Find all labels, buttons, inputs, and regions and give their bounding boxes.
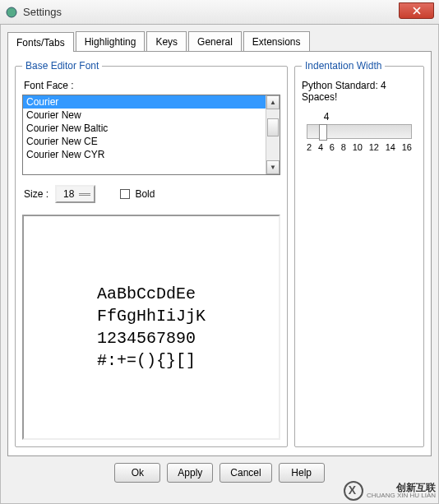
slider-thumb[interactable] [319,124,327,141]
font-face-label: Font Face : [24,80,280,91]
window-title: Settings [23,6,62,18]
tab-general[interactable]: General [188,31,242,51]
scrollbar[interactable]: ▲ ▼ [266,95,280,174]
size-value: 18 [63,188,74,200]
list-item[interactable]: Courier New Baltic [23,122,266,135]
button-bar: Ok Apply Cancel Help [7,463,432,483]
indent-legend: Indentation Width [302,60,385,72]
scroll-thumb[interactable] [267,118,279,136]
slider-ticks: 2 4 6 8 10 12 14 16 [307,142,412,152]
list-item[interactable]: Courier New CE [23,135,266,148]
base-editor-font-group: Base Editor Font Font Face : Courier Cou… [15,60,288,447]
app-icon [5,6,18,19]
apply-button[interactable]: Apply [167,463,213,483]
font-preview: AaBbCcDdEe FfGgHhIiJjK 1234567890 #:+=()… [22,215,280,440]
dropdown-handle-icon [79,193,90,196]
watermark-logo-icon [344,481,363,501]
scroll-down-icon[interactable]: ▼ [266,160,280,174]
indent-value: 4 [307,111,412,123]
svg-point-0 [7,7,16,17]
font-face-list[interactable]: Courier Courier New Courier New Baltic C… [22,95,280,175]
tab-fonts[interactable]: Fonts/Tabs [7,32,74,52]
tab-extensions[interactable]: Extensions [243,31,310,51]
preview-text: AaBbCcDdEe FfGgHhIiJjK 1234567890 #:+=()… [97,283,206,372]
list-item[interactable]: Courier New CYR [23,148,266,161]
checkbox-box-icon [120,189,130,199]
size-select[interactable]: 18 [55,185,95,203]
tab-keys[interactable]: Keys [146,31,187,51]
scroll-up-icon[interactable]: ▲ [266,95,280,109]
size-label: Size : [24,188,49,200]
ok-button[interactable]: Ok [114,463,160,483]
help-button[interactable]: Help [279,463,325,483]
indent-standard: Python Standard: 4 Spaces! [302,80,417,103]
titlebar: Settings [0,0,439,25]
list-item[interactable]: Courier New [23,109,266,122]
watermark: 创新互联 CHUANG XIN HU LIAN [344,481,436,501]
watermark-sub: CHUANG XIN HU LIAN [367,492,436,499]
indent-slider[interactable] [307,124,412,139]
tab-highlighting[interactable]: Highlighting [76,31,146,51]
close-button[interactable] [399,2,434,19]
indentation-group: Indentation Width Python Standard: 4 Spa… [294,60,424,447]
base-font-legend: Base Editor Font [22,60,102,72]
cancel-button[interactable]: Cancel [220,463,271,483]
list-item[interactable]: Courier [23,95,266,109]
tabs: Fonts/Tabs Highlighting Keys General Ext… [7,31,432,52]
bold-label: Bold [135,188,155,200]
bold-checkbox[interactable]: Bold [120,188,155,200]
